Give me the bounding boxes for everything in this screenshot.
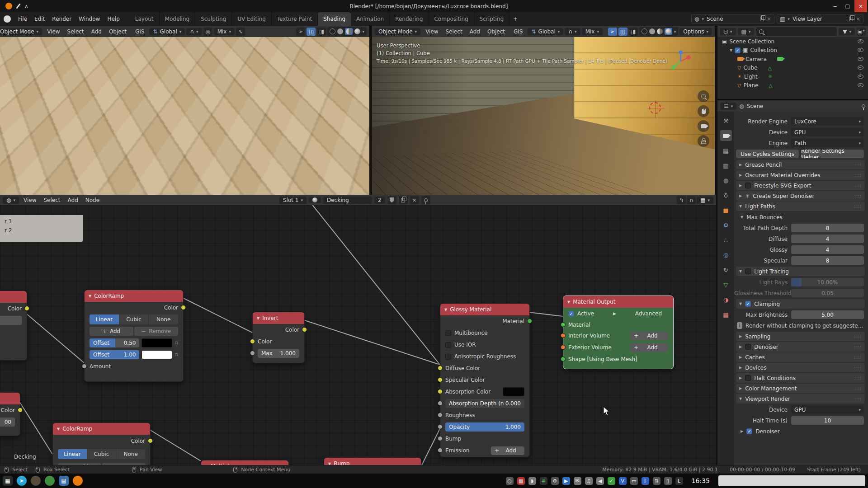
wireframe-shading-icon[interactable] (330, 28, 335, 34)
snap-dropdown[interactable]: ∩▾ (186, 28, 202, 35)
vbox-tray-icon[interactable]: V (619, 477, 627, 485)
slot-popup[interactable]: r 1 r 2 (0, 215, 83, 242)
mode-dropdown[interactable]: Object Mode▾ (0, 28, 42, 35)
tab-object-icon[interactable]: ■ (720, 205, 732, 216)
leaf-app-icon[interactable] (45, 476, 55, 486)
editor-type-dropdown[interactable]: ◍▾ (3, 197, 19, 204)
filter-dropdown[interactable]: ▼▾ (839, 28, 855, 35)
node-bump[interactable]: ▼Bump Bump (324, 457, 421, 465)
input-bump[interactable]: Bump (440, 433, 529, 445)
add-stop-button[interactable]: +Add (90, 327, 133, 336)
colorramp-stop-row[interactable]: Offset1.00 ⊟ (85, 349, 183, 361)
vr-denoiser-checkbox[interactable]: ✓ (746, 428, 752, 434)
menu-edit[interactable]: Edit (31, 12, 48, 26)
bell-tray-icon[interactable]: ◗ (528, 477, 536, 485)
viewport-right-canvas[interactable]: User Perspective (1) Collection | Cube T… (372, 37, 715, 195)
input-color[interactable]: Color (253, 336, 304, 347)
mix-dropdown[interactable]: Mix▾ (582, 28, 603, 35)
menu-node[interactable]: Node (82, 197, 103, 203)
orientation-dropdown[interactable]: ⇅Global▾ (528, 28, 563, 35)
menu-render[interactable]: Render (48, 12, 75, 26)
updates-tray-icon[interactable]: ✓ (608, 477, 615, 485)
perspective-icon[interactable] (349, 122, 361, 133)
node-canvas[interactable]: r 1 r 2 ▼ Color 1.00 ▼ Color 00 ▼ColorRa… (0, 205, 716, 465)
menu-view[interactable]: View (20, 197, 40, 203)
interp-none[interactable]: None (116, 449, 145, 459)
go-parent-node-tree-icon[interactable]: ↰ (677, 196, 686, 204)
tab-constraints-icon[interactable]: ↻ (720, 264, 732, 275)
popup-item[interactable]: r 2 (0, 226, 83, 235)
tab-texture-paint[interactable]: Texture Paint (272, 12, 318, 26)
field-diffuse[interactable]: Diffuse4 (734, 234, 864, 244)
options-dropdown[interactable]: Options▾ (679, 28, 712, 35)
screen-tray-icon[interactable]: ▦ (517, 477, 525, 485)
material-shading-icon[interactable] (657, 28, 663, 34)
camera-view-icon[interactable] (698, 120, 709, 132)
navigation-gizmo[interactable] (669, 50, 692, 73)
add-workspace-button[interactable]: + (509, 12, 521, 26)
section-clamping[interactable]: ▼✓ Clamping (736, 299, 865, 309)
blender-taskbar-icon[interactable] (73, 476, 83, 486)
fake-user-shield-icon[interactable] (387, 196, 396, 204)
settings-tray-icon[interactable]: ⚙ (551, 477, 559, 485)
outliner-row[interactable]: ▽Cube△ (717, 64, 868, 73)
interpolation-buttons[interactable]: Linear Cubic None (85, 314, 183, 325)
gimp-icon[interactable] (31, 476, 41, 486)
check-multibounce[interactable]: Multibounce (440, 327, 529, 339)
node-invert[interactable]: ▼Invert Color Color Max1.000 (252, 312, 305, 363)
input-emission[interactable]: Emission +Add (440, 445, 529, 456)
unlink-material-icon[interactable]: × (410, 196, 419, 204)
material-shading-icon[interactable] (345, 28, 353, 35)
solid-shading-icon[interactable] (337, 28, 343, 34)
new-view-layer-icon[interactable] (849, 17, 853, 21)
check-anisotropic[interactable]: Anisotropic Roughness (440, 351, 529, 362)
app-menu-icon[interactable]: ▦ (3, 476, 13, 486)
interp-cubic[interactable]: Cubic (87, 449, 116, 459)
properties-editor[interactable]: ☰▾ ◍ Scene ⚒▤▥◍♁■⚙∴◎↻▽◑▦ Render Engine L… (717, 100, 868, 465)
mix-dropdown[interactable]: Mix▾ (214, 28, 235, 35)
audio-tray-icon[interactable]: ♫ (585, 477, 593, 485)
collection-checkbox[interactable]: ✓ (735, 47, 741, 53)
menu-file[interactable]: File (14, 12, 31, 26)
node-header[interactable]: ▼Material Output (563, 296, 673, 308)
section-create-super-denoiser[interactable]: ▶✳Create Super Denoiser:::: (736, 191, 865, 201)
remove-view-layer-icon[interactable]: × (856, 16, 860, 22)
file-manager-icon[interactable]: ▤ (59, 476, 69, 486)
max-brightness-row[interactable]: Max Brightness 5.00 (734, 310, 864, 319)
maximize-button[interactable]: ▢ (842, 3, 854, 9)
field-specular[interactable]: Specular8 (734, 256, 864, 265)
shading-mode-buttons[interactable]: ▾ (639, 27, 679, 36)
output-color[interactable]: Color (253, 324, 304, 336)
emission-add-button[interactable]: +Add (491, 446, 524, 455)
node-header[interactable]: ▼Invert (253, 312, 304, 324)
use-cycles-settings-button[interactable]: Use Cycles Settings (736, 150, 799, 158)
rendered-shading-icon[interactable] (665, 28, 672, 35)
node-header[interactable]: ▼Multiply (201, 460, 288, 465)
input-opacity[interactable]: Opacity1.000 (440, 421, 529, 433)
proportional-edit-icon[interactable]: ◎ (203, 28, 212, 36)
input-max[interactable]: Max1.000 (253, 347, 304, 359)
shader-editor[interactable]: ◍▾ ViewSelectAddNode Slot 1▾ Decking 2 ×… (0, 195, 716, 465)
offset-slider[interactable]: Offset1.00 (90, 350, 139, 359)
camera-view-icon[interactable] (349, 107, 361, 118)
node-partial-upper[interactable]: ▼ Color 1.00 (0, 291, 27, 361)
tab-scripting[interactable]: Scripting (474, 12, 509, 26)
node-header[interactable]: ▼ColorRamp (53, 423, 150, 435)
show-gizmo-icon[interactable]: ➢ (296, 28, 305, 36)
outliner-row[interactable]: ▼✓▣Collection (717, 46, 868, 55)
interpolation-buttons[interactable]: Linear Cubic None (53, 447, 150, 461)
subsection-max-bounces[interactable]: ▼Max Bounces (741, 212, 864, 222)
stop-color-swatch[interactable] (142, 350, 172, 359)
network-tray-icon[interactable]: ⇅ (653, 477, 660, 485)
xray-icon[interactable]: ◨ (317, 28, 326, 36)
tab-world-icon[interactable]: ♁ (720, 190, 732, 201)
light-rays-row[interactable]: Light Rays 10.00% (734, 277, 864, 287)
tab-animation[interactable]: Animation (351, 12, 390, 26)
navigation-gizmo[interactable] (336, 40, 362, 66)
mode-dropdown[interactable]: Object Mode▾ (375, 28, 420, 35)
outliner[interactable]: ⊟▾ ▥▾ ▼▾ ▣⁺ ▣Scene Collection▼✓▣Collecti… (717, 26, 868, 99)
input-material[interactable]: Material (563, 319, 673, 330)
snap-node-icon[interactable]: ∩ (687, 196, 696, 204)
output-material[interactable]: Material (440, 315, 529, 327)
tab-particles-icon[interactable]: ∴ (720, 235, 732, 245)
